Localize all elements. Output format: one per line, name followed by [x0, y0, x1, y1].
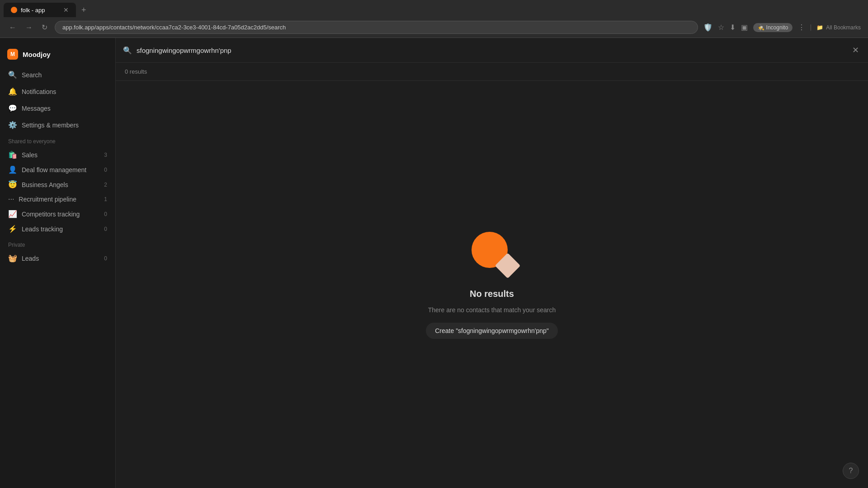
no-results-illustration — [465, 232, 519, 277]
tab-favicon — [11, 7, 17, 13]
incognito-badge: 🕵️ Incognito — [753, 23, 793, 32]
list-item-leads-tracking[interactable]: ⚡ Leads tracking 0 — [4, 221, 112, 236]
list-item-competitors[interactable]: 📈 Competitors tracking 0 — [4, 206, 112, 221]
sidebar-item-messages[interactable]: 💬 Messages — [4, 100, 112, 116]
new-tab-btn[interactable]: + — [78, 4, 90, 17]
sidebar-toggle-icon[interactable]: ▣ — [741, 23, 748, 32]
download-icon[interactable]: ⬇ — [730, 23, 736, 32]
help-btn[interactable]: ? — [843, 463, 859, 479]
brand-icon: M — [7, 49, 18, 60]
business-angels-emoji: 😇 — [8, 180, 17, 189]
sidebar-item-settings[interactable]: ⚙️ Settings & members — [4, 117, 112, 133]
messages-nav-label: Messages — [22, 105, 51, 112]
search-icon: 🔍 — [8, 70, 17, 79]
tabs-bar: folk - app ✕ + — [0, 0, 868, 17]
active-tab[interactable]: folk - app ✕ — [4, 3, 76, 17]
sidebar-item-notifications[interactable]: 🔔 Notifications — [4, 84, 112, 99]
address-bar-row: ← → ↻ 🛡️ ☆ ⬇ ▣ 🕵️ Incognito ⋮ 📁 All Book… — [0, 17, 868, 38]
sidebar-item-search[interactable]: 🔍 Search — [4, 67, 112, 83]
incognito-icon: 🕵️ — [758, 24, 764, 31]
sales-label: Sales — [22, 151, 99, 159]
leads-tracking-emoji: ⚡ — [8, 225, 17, 233]
extension-icon[interactable]: 🛡️ — [703, 23, 712, 32]
search-icon-left: 🔍 — [123, 46, 132, 55]
deal-flow-label: Deal flow management — [22, 166, 99, 174]
leads-emoji: 🧺 — [8, 254, 17, 263]
list-item-business-angels[interactable]: 😇 Business Angels 2 — [4, 177, 112, 192]
recruitment-label: Recruitment pipeline — [19, 196, 99, 203]
competitors-count: 0 — [104, 211, 107, 217]
no-results-area: No results There are no contacts that ma… — [116, 81, 868, 488]
app-layout: M Moodjoy 🔍 Search 🔔 Notifications 💬 Mes… — [0, 38, 868, 488]
recruitment-count: 1 — [104, 196, 107, 202]
private-section-title: Private — [0, 236, 115, 251]
business-angels-label: Business Angels — [22, 181, 99, 188]
address-input[interactable] — [55, 21, 698, 34]
search-close-btn[interactable]: ✕ — [850, 43, 861, 57]
business-angels-count: 2 — [104, 182, 107, 188]
leads-count: 0 — [104, 255, 107, 262]
list-item-recruitment[interactable]: ··· Recruitment pipeline 1 — [4, 192, 112, 206]
notifications-nav-label: Notifications — [22, 88, 56, 95]
back-btn[interactable]: ← — [7, 22, 18, 33]
bell-icon: 🔔 — [8, 87, 17, 96]
search-input[interactable] — [137, 47, 850, 54]
brand-name: Moodjoy — [23, 51, 51, 58]
search-nav-label: Search — [22, 71, 42, 79]
competitors-label: Competitors tracking — [22, 211, 99, 218]
tab-close-btn[interactable]: ✕ — [63, 6, 69, 14]
bookmark-star-icon[interactable]: ☆ — [718, 23, 724, 32]
brand: M Moodjoy — [0, 45, 115, 67]
tab-title: folk - app — [21, 7, 45, 14]
forward-btn[interactable]: → — [24, 22, 34, 33]
no-results-title: No results — [470, 289, 514, 299]
shared-section-title: Shared to everyone — [0, 133, 115, 147]
browser-chrome: folk - app ✕ + ← → ↻ 🛡️ ☆ ⬇ ▣ 🕵️ Incogni… — [0, 0, 868, 38]
menu-icon[interactable]: ⋮ — [798, 23, 805, 32]
bookmarks-folder-icon: 📁 — [816, 24, 823, 31]
message-icon: 💬 — [8, 104, 17, 113]
deal-flow-emoji: 👤 — [8, 165, 17, 174]
toolbar-icons: 🛡️ ☆ ⬇ ▣ 🕵️ Incognito ⋮ — [703, 23, 806, 32]
leads-tracking-count: 0 — [104, 226, 107, 232]
incognito-label: Incognito — [766, 24, 788, 31]
recruitment-emoji: ··· — [8, 195, 14, 203]
results-count: 0 results — [116, 63, 868, 81]
deal-flow-count: 0 — [104, 167, 107, 173]
main-area: 🔍 ✕ 0 results No results There are no co… — [116, 38, 868, 488]
competitors-emoji: 📈 — [8, 210, 17, 218]
bookmarks-btn[interactable]: 📁 All Bookmarks — [811, 24, 861, 31]
list-item-leads[interactable]: 🧺 Leads 0 — [4, 251, 112, 266]
create-contact-btn[interactable]: Create "sfogningwingopwrmgowrhn'pnp" — [426, 323, 558, 339]
list-item-sales[interactable]: 🛍️ Sales 3 — [4, 147, 112, 162]
bookmarks-label: All Bookmarks — [826, 24, 861, 31]
list-item-deal-flow[interactable]: 👤 Deal flow management 0 — [4, 162, 112, 177]
search-bar-container: 🔍 ✕ — [116, 38, 868, 63]
sidebar-nav: 🔍 Search 🔔 Notifications 💬 Messages ⚙️ S… — [0, 67, 115, 133]
sales-emoji: 🛍️ — [8, 150, 17, 159]
sales-count: 3 — [104, 152, 107, 158]
no-results-subtitle: There are no contacts that match your se… — [428, 306, 556, 314]
settings-icon: ⚙️ — [8, 121, 17, 129]
leads-label: Leads — [22, 255, 99, 262]
reload-btn[interactable]: ↻ — [40, 21, 49, 33]
sidebar: M Moodjoy 🔍 Search 🔔 Notifications 💬 Mes… — [0, 38, 116, 488]
leads-tracking-label: Leads tracking — [22, 225, 99, 233]
settings-nav-label: Settings & members — [22, 122, 79, 129]
brand-icon-letter: M — [10, 51, 15, 57]
